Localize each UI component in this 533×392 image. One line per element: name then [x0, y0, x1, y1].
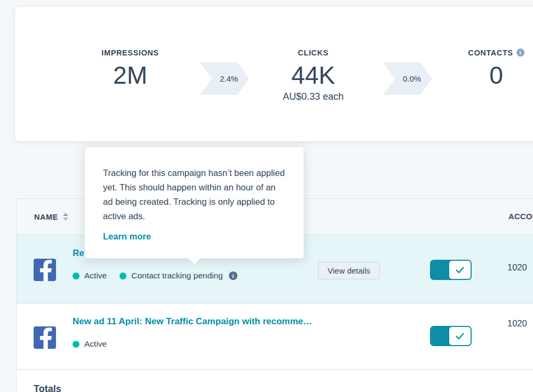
- account-id: 1020: [507, 262, 527, 273]
- clicks-cost-each: AU$0.33 each: [252, 91, 375, 102]
- learn-more-link[interactable]: Learn more: [103, 231, 151, 242]
- totals-account-placeholder: —: [509, 387, 518, 392]
- totals-label: Totals: [34, 383, 61, 392]
- status-line: Active Contact tracking pending i: [73, 271, 237, 281]
- tracking-tooltip: Tracking for this campaign hasn’t been a…: [84, 147, 304, 259]
- sort-descending-icon: [63, 218, 68, 221]
- ad-status-toggle[interactable]: [430, 326, 472, 346]
- clicks-value: 44K: [252, 62, 375, 88]
- tracking-status-dot-icon: [120, 273, 126, 279]
- toggle-knob: [449, 261, 471, 279]
- tracking-pending-info-icon[interactable]: i: [229, 271, 237, 280]
- impressions-to-clicks-rate: 2.4%: [220, 74, 238, 83]
- view-details-button[interactable]: View details: [318, 262, 380, 279]
- campaign-name-link[interactable]: New ad 11 April: New Traffic Campaign wi…: [73, 316, 312, 327]
- name-header-label: NAME: [34, 213, 58, 221]
- column-header-name[interactable]: NAME: [34, 213, 68, 221]
- metrics-summary-card: IMPRESSIONS 2M 2.4% CLICKS 44K AU$0.33 e…: [15, 7, 533, 141]
- active-status-dot-icon: [73, 341, 79, 348]
- account-id: 1020: [507, 318, 527, 329]
- contacts-label-text: CONTACTS: [468, 49, 513, 57]
- sort-ascending-icon: [63, 213, 68, 216]
- tooltip-text: Tracking for this campaign hasn’t been a…: [103, 166, 285, 223]
- clicks-to-contacts-rate: 0.0%: [403, 74, 421, 83]
- clicks-label: CLICKS: [252, 49, 375, 57]
- clicks-to-contacts-rate-chevron: 0.0%: [383, 62, 432, 95]
- impressions-value: 2M: [69, 62, 192, 88]
- contacts-metric: CONTACTSi 0: [435, 49, 533, 88]
- contacts-label: CONTACTSi: [435, 49, 533, 57]
- contacts-info-icon[interactable]: i: [516, 49, 524, 57]
- impressions-to-clicks-rate-chevron: 2.4%: [200, 62, 249, 95]
- status-active-label: Active: [84, 271, 107, 281]
- sort-icon[interactable]: [63, 213, 68, 221]
- toggle-knob: [449, 327, 471, 345]
- table-row: New ad 11 April: New Traffic Campaign wi…: [17, 303, 533, 370]
- ad-status-toggle[interactable]: [430, 260, 472, 280]
- clicks-metric: CLICKS 44K AU$0.33 each: [252, 49, 375, 102]
- facebook-icon: [34, 326, 56, 349]
- active-status-dot-icon: [73, 273, 79, 279]
- status-active-label: Active: [84, 339, 107, 349]
- impressions-metric: IMPRESSIONS 2M: [69, 49, 192, 88]
- column-header-account[interactable]: ACCOUNT: [508, 212, 533, 221]
- facebook-icon: [34, 259, 56, 281]
- totals-row: Totals —: [17, 370, 533, 392]
- status-line: Active: [73, 339, 107, 349]
- status-tracking-pending-label: Contact tracking pending: [131, 271, 222, 281]
- contacts-value: 0: [435, 62, 533, 88]
- impressions-label: IMPRESSIONS: [69, 49, 192, 57]
